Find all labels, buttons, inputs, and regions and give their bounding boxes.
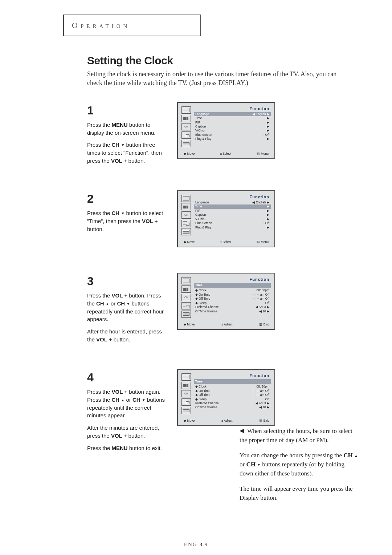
osd-label: PIP	[195, 209, 200, 213]
osd-icon	[181, 123, 191, 130]
text: or	[109, 300, 117, 307]
down-icon: ▼	[121, 212, 124, 215]
up-icon: ▲	[354, 454, 358, 458]
osd-value: ▶	[267, 217, 269, 221]
text: Press the	[87, 292, 112, 299]
osd-title: Function	[194, 195, 271, 199]
step-4-number: 4	[87, 369, 167, 386]
menu-label: MENU	[112, 122, 128, 128]
osd-icon	[181, 220, 191, 227]
osd-label: Caption	[195, 213, 206, 217]
osd-title: Function	[194, 106, 271, 111]
vol-label: VOL +	[112, 389, 128, 395]
ch-label: CH	[117, 300, 126, 307]
osd-value: ▶	[267, 213, 269, 217]
osd-label: ◆ Clock	[195, 385, 207, 389]
text: button.	[112, 336, 130, 343]
text: Press the	[87, 210, 112, 216]
osd-icon-column	[181, 373, 191, 414]
down-icon: ▼	[121, 143, 124, 147]
vol-label: VOL +	[142, 218, 158, 224]
osd-subheader: Time	[194, 379, 271, 384]
osd-icon	[181, 106, 191, 114]
osd-icon	[181, 311, 191, 318]
osd-label: OnTime Volume	[195, 309, 217, 313]
page-title: Setting the Clock	[87, 54, 352, 67]
vol-label: VOL +	[111, 433, 127, 439]
osd-value: ◀ 10 ▶	[259, 309, 269, 313]
osd-label: Caption	[195, 125, 206, 129]
ch-label: CH	[112, 142, 121, 148]
text: button to exit.	[128, 445, 162, 451]
osd-value: ◀ Ant 3 ▶	[256, 401, 269, 405]
osd-icon	[181, 382, 191, 389]
step-1: 1 Press the MENU button to display the o…	[87, 102, 352, 165]
osd-screenshot-1: Function Language◀ English ▶ Time▶ PIP▶ …	[177, 102, 275, 159]
step-3: 3 Press the VOL + button. Press the CH ▲…	[87, 273, 352, 344]
text: button.	[127, 158, 145, 164]
osd-value: -- : -- am Off	[253, 389, 269, 393]
text: Press the	[87, 142, 112, 148]
osd-hint: ▥ Menu	[257, 152, 269, 155]
section-header: Operation	[72, 21, 130, 30]
osd-label: ◆ Off Time	[195, 393, 210, 397]
down-icon: ▼	[126, 302, 130, 306]
osd-label: ◆ On Time	[195, 389, 210, 393]
osd-label: Language	[195, 112, 209, 116]
osd-value: -- : -- am Off	[253, 393, 269, 397]
osd-screenshot-3: Function Time ◆ Clock08: 00pm ◆ On Time-…	[177, 273, 275, 330]
osd-icon	[181, 302, 191, 309]
osd-label: OnTime Volume	[195, 405, 217, 409]
page-footer: ENG 3.9	[0, 542, 392, 548]
osd-label: Plug & Play	[195, 226, 211, 230]
intro-paragraph: Setting the clock is necessary in order …	[87, 70, 352, 88]
text: or	[124, 397, 132, 403]
osd-icon-column	[181, 106, 191, 147]
footer-page: .9	[203, 542, 208, 547]
menu-label: MENU	[112, 445, 128, 451]
osd-label: ◆ Sleep	[195, 301, 207, 305]
osd-value: Off	[265, 397, 269, 401]
osd-label: V-Chip	[195, 217, 205, 221]
ch-label: CH	[343, 452, 354, 459]
osd-hint: ▥ Exit	[259, 419, 269, 422]
osd-hint: ◆ Move	[184, 323, 195, 326]
osd-hint: ▥ Exit	[259, 323, 269, 326]
sidenote-text: or	[240, 461, 246, 468]
osd-icon	[181, 195, 191, 202]
osd-hint: ± Adjust	[221, 419, 232, 422]
osd-value: Off	[265, 301, 269, 305]
osd-value: ▶	[267, 121, 269, 125]
osd-hint: ± Adjust	[221, 323, 232, 326]
osd-label: Blue Screen	[195, 221, 212, 225]
step-3-text: 3 Press the VOL + button. Press the CH ▲…	[87, 273, 167, 344]
up-icon: ▲	[106, 302, 109, 306]
osd-label: Blue Screen	[195, 133, 212, 137]
ch-label: CH	[112, 210, 121, 216]
osd-label: ◆ On Time	[195, 293, 210, 297]
osd-label: Prefered Channel	[195, 305, 220, 309]
sidenote: ◀When selecting the hours, be sure to se…	[240, 427, 359, 509]
osd-value: ▶	[267, 137, 269, 141]
footer-lang: ENG	[184, 542, 200, 547]
text: button.	[127, 433, 145, 439]
osd-label: V-Chip	[195, 129, 205, 133]
step-1-number: 1	[87, 102, 167, 119]
osd-screenshot-4: Function Time ◆ Clock08: 30pm ◆ On Time-…	[177, 369, 275, 426]
ch-label: CH	[96, 300, 106, 307]
osd-label: Language	[195, 200, 209, 204]
ch-label: CH	[132, 397, 142, 403]
osd-value: ▶	[267, 226, 269, 230]
osd-icon	[181, 203, 191, 210]
osd-hint: ◆ Move	[184, 419, 195, 422]
osd-value: ▶	[267, 116, 269, 120]
vol-label: VOL +	[112, 292, 128, 299]
osd-value: ▶	[267, 129, 269, 133]
osd-value: -- : -- am Off	[253, 297, 269, 301]
sidenote-text: You can change the hours by pressing the	[240, 452, 343, 459]
osd-value: : Off	[264, 221, 269, 225]
osd-hint: ▥ Menu	[257, 240, 269, 244]
osd-icon	[181, 131, 191, 139]
osd-label: ◆ Sleep	[195, 397, 207, 401]
step-1-text: 1 Press the MENU button to display the o…	[87, 102, 167, 165]
